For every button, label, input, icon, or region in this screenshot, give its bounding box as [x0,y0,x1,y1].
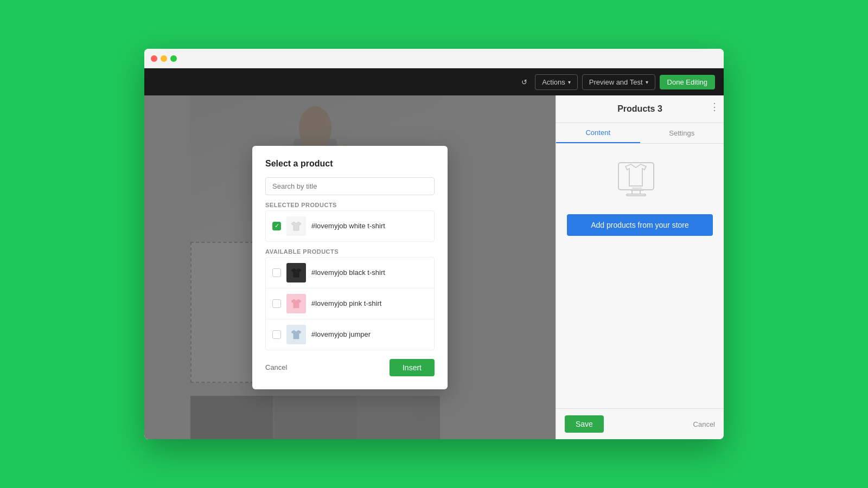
available-products-label: AVAILABLE PRODUCTS [265,248,435,255]
selected-products-label: SELECTED PRODUCTS [265,202,435,208]
footer-cancel-button[interactable]: Cancel [693,420,715,428]
tab-content-label: Content [585,129,610,137]
product-name: #lovemyjob white t-shirt [311,222,385,230]
product-thumbnail [286,294,306,313]
preview-chevron: ▾ [646,79,648,85]
list-item[interactable]: #lovemyjob white t-shirt [266,211,434,241]
product-name: #lovemyjob jumper [311,330,371,338]
product-checkbox-black[interactable] [272,268,281,277]
product-icon-container [616,160,665,203]
sidebar-content: Add products from your store [556,144,724,408]
product-thumbnail [286,216,306,236]
product-checkbox-jumper[interactable] [272,330,281,339]
sidebar-title: Products 3 [556,95,724,123]
modal-actions: Cancel Insert [265,359,435,376]
traffic-light-green[interactable] [170,55,177,62]
traffic-light-red[interactable] [151,55,157,62]
history-button[interactable]: ↺ [518,75,531,89]
modal-title: Select a product [265,159,435,169]
product-checkbox-selected[interactable] [272,222,281,230]
sidebar-footer: Save Cancel [556,408,724,439]
available-products-list: #lovemyjob black t-shirt #lovemyjob pink… [265,257,435,350]
app-body: #lmy Click here to grab a [144,95,724,439]
add-products-button[interactable]: Add products from your store [567,214,713,236]
app-header: ↺ Actions ▾ Preview and Test ▾ Done Edit… [144,68,724,95]
three-dots-menu[interactable]: ⋮ [710,101,719,113]
tab-content[interactable]: Content [556,123,640,143]
product-thumbnail [286,263,306,282]
main-canvas: #lmy Click here to grab a [144,95,556,439]
tab-settings[interactable]: Settings [640,123,724,143]
modal-cancel-button[interactable]: Cancel [265,363,287,371]
browser-titlebar [144,49,724,68]
save-button[interactable]: Save [565,415,604,433]
list-item[interactable]: #lovemyjob jumper [266,319,434,350]
done-editing-label: Done Editing [667,78,707,86]
actions-chevron: ▾ [568,79,571,85]
product-thumbnail [286,325,306,344]
modal-insert-button[interactable]: Insert [390,359,435,376]
actions-label: Actions [542,78,565,86]
product-name: #lovemyjob black t-shirt [311,268,385,277]
sidebar: Products 3 ⋮ Content Settings [556,95,724,439]
tab-settings-label: Settings [669,129,694,137]
traffic-light-yellow[interactable] [161,55,167,62]
preview-button[interactable]: Preview and Test ▾ [582,74,655,90]
history-icon: ↺ [521,78,527,86]
product-search-input[interactable] [265,177,435,195]
list-item[interactable]: #lovemyjob pink t-shirt [266,288,434,319]
product-checkbox-pink[interactable] [272,299,281,308]
sidebar-tabs: Content Settings [556,123,724,144]
modal-overlay: Select a product SELECTED PRODUCTS [144,95,556,439]
done-editing-button[interactable]: Done Editing [660,75,715,89]
actions-button[interactable]: Actions ▾ [535,74,578,90]
product-name: #lovemyjob pink t-shirt [311,299,381,307]
list-item[interactable]: #lovemyjob black t-shirt [266,258,434,288]
svg-rect-8 [627,194,646,196]
product-select-modal: Select a product SELECTED PRODUCTS [252,146,448,389]
preview-label: Preview and Test [589,78,643,86]
selected-products-list: #lovemyjob white t-shirt [265,210,435,242]
product-placeholder-icon [616,160,665,203]
